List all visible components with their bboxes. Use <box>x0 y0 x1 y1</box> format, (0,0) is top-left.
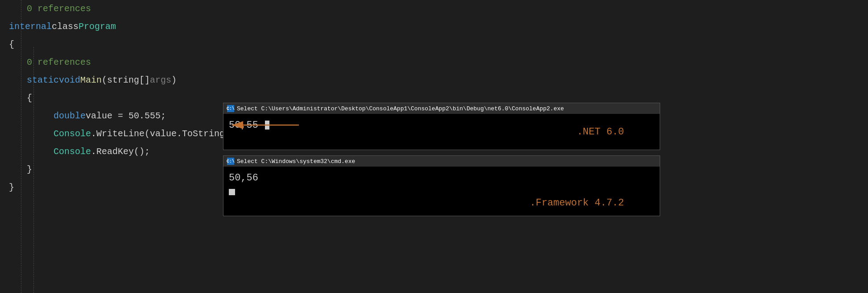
console-titlebar-framework: C:\ Select C:\Windows\system32\cmd.exe <box>223 156 660 167</box>
console-body-net6: 50,55 .NET 6.0 <box>223 114 660 150</box>
console-body-framework: 50,56 .Framework 4.7.2 <box>223 167 660 216</box>
code-editor: 0 references internal class Program { 0 … <box>0 0 868 293</box>
cursor-net6 <box>265 121 269 130</box>
keyword-class: class <box>52 18 79 36</box>
keyword-double: double <box>54 107 86 125</box>
method-main: Main <box>80 71 102 89</box>
dashed-guide-inner <box>33 47 34 293</box>
console-title-framework: Select C:\Windows\system32\cmd.exe <box>237 158 355 165</box>
net-version-label: .NET 6.0 <box>577 126 624 138</box>
console-icon-framework: C:\ <box>227 158 234 165</box>
console-window-framework: C:\ Select C:\Windows\system32\cmd.exe 5… <box>223 155 660 216</box>
code-line-main: static void Main (string[] args ) <box>0 71 868 89</box>
keyword-static: static <box>27 71 59 89</box>
cursor-framework <box>229 189 235 195</box>
code-brace-open1: { <box>0 36 868 54</box>
framework-version-label: .Framework 4.7.2 <box>530 197 624 209</box>
ref-hint-method: 0 references <box>0 54 868 71</box>
console-overlay: C:\ Select C:\Users\Administrator\Deskto… <box>223 103 660 216</box>
keyword-internal: internal <box>9 18 52 36</box>
console-output-framework: 50,56 <box>229 170 654 186</box>
class-console1: Console <box>54 125 91 143</box>
console-window-net6: C:\ Select C:\Users\Administrator\Deskto… <box>223 103 660 150</box>
class-console2: Console <box>54 143 91 161</box>
code-line-class: internal class Program <box>0 18 868 36</box>
console-title-net6: Select C:\Users\Administrator\Desktop\Co… <box>237 105 564 112</box>
keyword-void: void <box>59 71 80 89</box>
class-name-program: Program <box>79 18 116 36</box>
console-titlebar-net6: C:\ Select C:\Users\Administrator\Deskto… <box>223 103 660 114</box>
console-icon-net6: C:\ <box>227 105 234 112</box>
param-args: args <box>150 71 171 89</box>
dashed-guide-left <box>21 0 21 293</box>
ref-hint-class: 0 references <box>0 0 868 18</box>
